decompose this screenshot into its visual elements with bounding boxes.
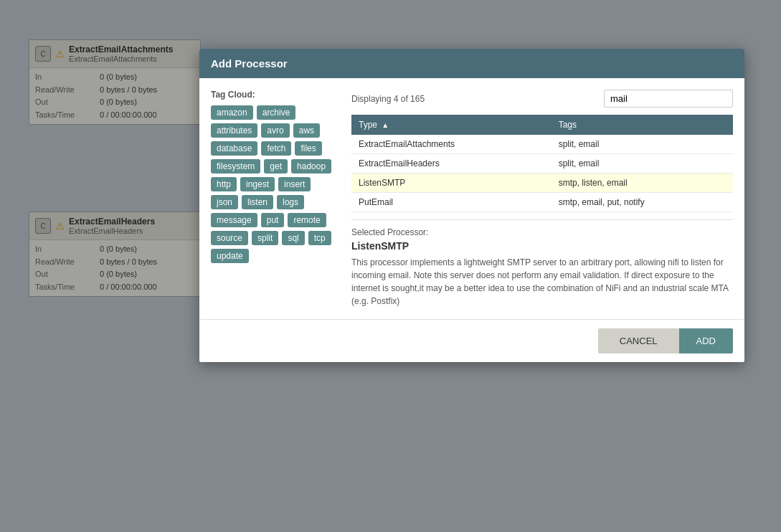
tag-cloud-panel: Tag Cloud: amazonarchiveattributesavroaw… <box>211 90 340 308</box>
tag-update[interactable]: update <box>211 249 249 263</box>
processor-list-panel: Displaying 4 of 165 Type ▲ Tags ExtractE… <box>351 90 733 308</box>
tag-put[interactable]: put <box>261 213 285 227</box>
tag-get[interactable]: get <box>264 159 288 174</box>
tag-hadoop[interactable]: hadoop <box>291 159 331 174</box>
table-row[interactable]: ListenSMTPsmtp, listen, email <box>351 174 733 193</box>
search-input[interactable] <box>604 90 733 108</box>
tag-ingest[interactable]: ingest <box>240 177 275 191</box>
tag-files[interactable]: files <box>295 141 321 156</box>
processor-table: Type ▲ Tags ExtractEmailAttachmentssplit… <box>351 115 733 212</box>
tag-http[interactable]: http <box>211 177 237 191</box>
cancel-button[interactable]: CANCEL <box>598 328 679 353</box>
tag-logs[interactable]: logs <box>277 195 304 209</box>
tag-aws[interactable]: aws <box>293 123 320 138</box>
table-row[interactable]: ExtractEmailHeaderssplit, email <box>351 154 733 174</box>
add-button[interactable]: ADD <box>679 328 733 353</box>
tag-filesystem[interactable]: filesystem <box>211 159 260 174</box>
tag-avro[interactable]: avro <box>261 123 289 138</box>
selected-label: Selected Processor: <box>351 227 733 237</box>
modal-body: Tag Cloud: amazonarchiveattributesavroaw… <box>199 78 744 319</box>
list-header: Displaying 4 of 165 <box>351 90 733 108</box>
tag-listen[interactable]: listen <box>242 195 273 209</box>
table-row[interactable]: ExtractEmailAttachmentssplit, email <box>351 135 733 154</box>
add-processor-modal: Add Processor Tag Cloud: amazonarchiveat… <box>199 49 744 362</box>
sort-arrow-icon: ▲ <box>382 121 389 129</box>
tag-split[interactable]: split <box>252 231 278 245</box>
column-type[interactable]: Type ▲ <box>351 115 552 135</box>
tag-amazon[interactable]: amazon <box>211 105 253 120</box>
tag-tcp[interactable]: tcp <box>308 231 331 245</box>
selected-description: This processor implements a lightweight … <box>351 256 733 308</box>
tag-message[interactable]: message <box>211 213 257 227</box>
selected-name: ListenSMTP <box>351 240 733 252</box>
table-header: Type ▲ Tags <box>351 115 733 135</box>
tag-insert[interactable]: insert <box>278 177 311 191</box>
modal-title: Add Processor <box>199 49 744 78</box>
tag-fetch[interactable]: fetch <box>261 141 291 156</box>
table-body: ExtractEmailAttachmentssplit, emailExtra… <box>351 135 733 212</box>
tag-database[interactable]: database <box>211 141 257 156</box>
displaying-text: Displaying 4 of 165 <box>351 94 425 104</box>
selected-info: Selected Processor: ListenSMTP This proc… <box>351 219 733 308</box>
tag-cloud: amazonarchiveattributesavroawsdatabasefe… <box>211 105 340 263</box>
tag-archive[interactable]: archive <box>257 105 296 120</box>
modal-footer: CANCEL ADD <box>199 319 744 362</box>
tag-source[interactable]: source <box>211 231 248 245</box>
column-tags: Tags <box>552 115 733 135</box>
tag-remote[interactable]: remote <box>288 213 326 227</box>
tag-json[interactable]: json <box>211 195 238 209</box>
tag-cloud-label: Tag Cloud: <box>211 90 340 100</box>
tag-sql[interactable]: sql <box>282 231 304 245</box>
table-row[interactable]: PutEmailsmtp, email, put, notify <box>351 193 733 212</box>
tag-attributes[interactable]: attributes <box>211 123 257 138</box>
